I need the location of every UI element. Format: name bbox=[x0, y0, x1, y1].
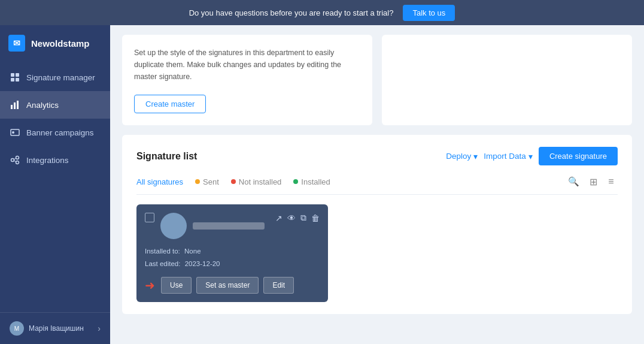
share-icon[interactable]: ↗ bbox=[275, 213, 282, 223]
filter-sent[interactable]: Sent bbox=[195, 177, 219, 186]
sig-meta: Installed to: None Last edited: 2023-12-… bbox=[145, 245, 320, 270]
talk-to-us-button[interactable]: Talk to us bbox=[403, 5, 455, 21]
signature-grid: ↗ 👁 ⧉ 🗑 Installed to: None Last edited: … bbox=[136, 204, 618, 302]
search-icon[interactable]: 🔍 bbox=[568, 176, 579, 187]
sidebar-item-signature-manager[interactable]: Signature manager bbox=[0, 64, 110, 91]
svg-line-12 bbox=[14, 158, 16, 159]
preview-icon[interactable]: 👁 bbox=[287, 213, 296, 223]
svg-rect-0 bbox=[11, 73, 14, 77]
svg-rect-6 bbox=[17, 101, 19, 109]
sig-avatar bbox=[160, 213, 187, 239]
sent-dot bbox=[195, 179, 200, 184]
arrow-indicator: ➜ bbox=[145, 278, 155, 292]
svg-point-11 bbox=[16, 161, 19, 164]
top-banner: Do you have questions before you are rea… bbox=[0, 0, 644, 25]
set-as-master-button[interactable]: Set as master bbox=[196, 277, 259, 294]
create-signature-button[interactable]: Create signature bbox=[539, 147, 618, 165]
logo-text: Newoldstamp bbox=[31, 38, 90, 49]
filter-all-signatures[interactable]: All signatures bbox=[136, 177, 183, 186]
sidebar-logo: ✉ Newoldstamp bbox=[0, 25, 110, 61]
sig-select-checkbox[interactable] bbox=[145, 213, 154, 222]
svg-rect-5 bbox=[14, 102, 16, 109]
grid-view-icon[interactable]: ⊞ bbox=[587, 175, 600, 188]
chevron-down-icon: ▾ bbox=[528, 152, 533, 161]
filter-installed[interactable]: Installed bbox=[293, 177, 330, 186]
header-actions: Deploy ▾ Import Data ▾ Create signature bbox=[446, 147, 618, 165]
signature-list-header: Signature list Deploy ▾ Import Data ▾ Cr… bbox=[136, 147, 618, 165]
sidebar-item-label: Integrations bbox=[26, 156, 69, 165]
sig-actions-top: ↗ 👁 ⧉ 🗑 bbox=[275, 213, 320, 223]
list-view-icon[interactable]: ≡ bbox=[604, 175, 618, 188]
sidebar-item-analytics[interactable]: Analytics bbox=[0, 91, 110, 119]
installed-to-label: Installed to: bbox=[145, 248, 180, 255]
last-edited-value: 2023-12-20 bbox=[185, 260, 220, 267]
delete-icon[interactable]: 🗑 bbox=[311, 213, 320, 223]
edit-button[interactable]: Edit bbox=[263, 277, 294, 294]
svg-rect-4 bbox=[11, 105, 13, 109]
main-content: Set up the style of the signatures in th… bbox=[110, 25, 644, 344]
sidebar-item-label: Signature manager bbox=[26, 73, 95, 82]
svg-line-13 bbox=[14, 161, 16, 162]
user-info: М Марія Іващишин bbox=[10, 321, 84, 336]
banner-campaigns-icon bbox=[10, 127, 20, 138]
use-button[interactable]: Use bbox=[161, 277, 192, 294]
svg-rect-2 bbox=[11, 78, 14, 82]
sidebar: ✉ Newoldstamp Signature manager Analytic… bbox=[0, 25, 110, 344]
user-name: Марія Іващишин bbox=[29, 324, 84, 333]
sig-footer: ➜ Use Set as master Edit bbox=[145, 277, 320, 294]
signature-card: ↗ 👁 ⧉ 🗑 Installed to: None Last edited: … bbox=[136, 204, 328, 302]
not-installed-dot bbox=[231, 179, 236, 184]
sidebar-item-label: Banner campaigns bbox=[26, 128, 94, 137]
master-signature-description: Set up the style of the signatures in th… bbox=[134, 47, 360, 83]
svg-point-8 bbox=[12, 131, 14, 134]
sidebar-nav: Signature manager Analytics Banner campa… bbox=[0, 61, 110, 312]
master-signature-card: Set up the style of the signatures in th… bbox=[122, 35, 372, 125]
signature-manager-icon bbox=[10, 72, 20, 83]
view-controls: 🔍 ⊞ ≡ bbox=[568, 175, 618, 188]
cards-section: Set up the style of the signatures in th… bbox=[110, 25, 644, 135]
banner-text: Do you have questions before you are rea… bbox=[189, 8, 394, 17]
svg-point-9 bbox=[11, 159, 14, 162]
analytics-icon bbox=[10, 99, 20, 110]
logo-icon: ✉ bbox=[8, 35, 25, 52]
user-avatar: М bbox=[10, 321, 24, 336]
integrations-icon bbox=[10, 155, 20, 165]
chevron-right-icon: › bbox=[98, 324, 101, 333]
installed-dot bbox=[293, 179, 298, 184]
sig-preview bbox=[160, 213, 269, 239]
last-edited-label: Last edited: bbox=[145, 260, 180, 267]
sidebar-item-banner-campaigns[interactable]: Banner campaigns bbox=[0, 119, 110, 146]
create-master-button[interactable]: Create master bbox=[134, 95, 206, 113]
signature-list-section: Signature list Deploy ▾ Import Data ▾ Cr… bbox=[122, 135, 632, 314]
sidebar-item-integrations[interactable]: Integrations bbox=[0, 146, 110, 174]
sig-name-placeholder bbox=[193, 222, 265, 230]
installed-to-value: None bbox=[184, 248, 201, 255]
copy-icon[interactable]: ⧉ bbox=[300, 213, 306, 223]
svg-point-10 bbox=[16, 156, 19, 159]
sidebar-item-label: Analytics bbox=[26, 101, 59, 110]
import-data-button[interactable]: Import Data ▾ bbox=[484, 152, 533, 161]
sig-card-top: ↗ 👁 ⧉ 🗑 bbox=[145, 213, 320, 239]
second-card bbox=[382, 35, 632, 125]
filter-tabs: All signatures Sent Not installed Instal… bbox=[136, 175, 618, 195]
svg-rect-3 bbox=[16, 78, 19, 82]
filter-not-installed[interactable]: Not installed bbox=[231, 177, 282, 186]
svg-rect-1 bbox=[16, 73, 19, 77]
chevron-down-icon: ▾ bbox=[473, 152, 478, 161]
sidebar-footer: М Марія Іващишин › bbox=[0, 312, 110, 344]
deploy-button[interactable]: Deploy ▾ bbox=[446, 152, 478, 161]
signature-list-title: Signature list bbox=[136, 151, 197, 162]
